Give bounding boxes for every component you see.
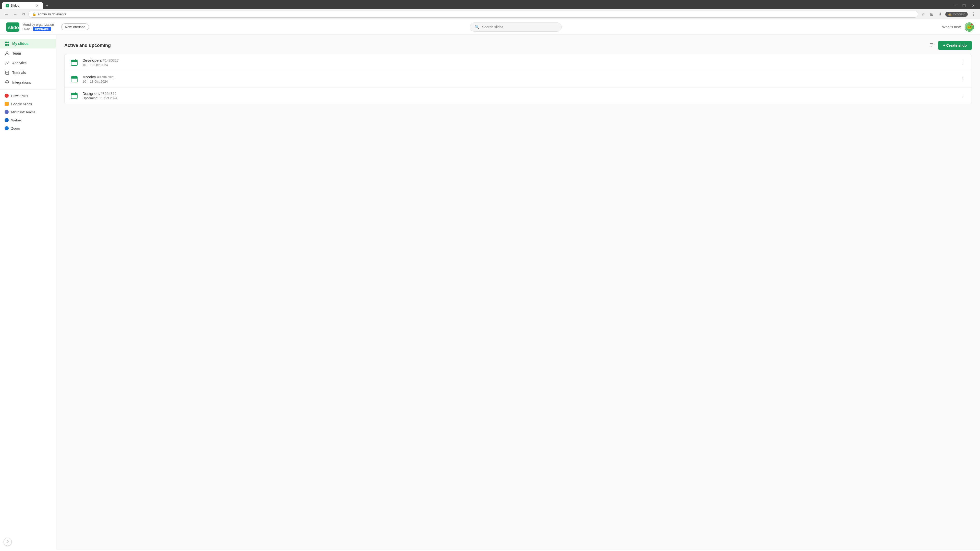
url-bar[interactable]: 🔒 admin.sli.do/events [28,11,918,17]
event-info: Designers #8664816 Upcoming: 11 Oct 2024 [83,91,958,100]
search-icon: 🔍 [475,25,479,29]
event-info: Moodoy #37867021 10 – 13 Oct 2024 [83,75,958,83]
sidebar-item-integrations[interactable]: Integrations [0,78,56,87]
webex-icon [5,118,9,122]
event-id: #8664816 [100,92,116,96]
zoom-label: Zoom [11,127,20,130]
upgrade-button[interactable]: UPGRADE [33,27,51,31]
svg-rect-5 [7,44,9,46]
event-info: Developers #1480327 10 – 13 Oct 2024 [83,58,958,67]
svg-rect-18 [71,76,77,79]
new-tab-button[interactable]: + [44,2,50,9]
header-right: What's new 🐸 [942,22,974,32]
sidebar-microsoft-teams[interactable]: Microsoft Teams [0,108,56,116]
header-center: 🔍 [89,22,942,32]
event-date: 10 – 13 Oct 2024 [83,79,958,83]
event-date: 10 – 13 Oct 2024 [83,63,958,67]
event-id: #1480327 [103,59,119,62]
tab-close-button[interactable]: ✕ [35,3,39,8]
restore-button[interactable]: ❐ [959,3,969,9]
content-inner: Active and upcoming + Create slido [56,35,980,110]
event-menu-button[interactable]: ⋮ [958,92,966,100]
zoom-icon [5,126,9,130]
grid-icon [5,41,10,46]
slido-logo: slido [6,22,19,32]
event-name: Developers [83,58,102,62]
event-calendar-icon [70,75,79,84]
help-button[interactable]: ? [3,538,12,546]
sidebar: My slidos Team Analytic [0,35,56,550]
extensions-button[interactable]: ⊞ [928,11,935,17]
microsoft-teams-label: Microsoft Teams [11,110,35,114]
sidebar-item-team[interactable]: Team [0,48,56,58]
notification-dot [971,23,974,25]
tab-favicon: S [6,4,9,7]
avatar-button[interactable]: 🐸 [965,22,974,32]
create-slido-button[interactable]: + Create slido [938,41,972,50]
bookmark-button[interactable]: ☆ [920,11,926,17]
svg-rect-3 [7,41,9,43]
sidebar-item-my-slidos[interactable]: My slidos [0,39,56,48]
svg-rect-14 [71,60,77,62]
close-button[interactable]: ✕ [969,3,978,9]
org-role-row: Owner UPGRADE [22,27,54,31]
sidebar-item-team-label: Team [12,51,21,56]
active-tab[interactable]: S Slidos ✕ [2,2,43,9]
webex-label: Webex [11,118,21,122]
sidebar-item-analytics[interactable]: Analytics [0,58,56,68]
sidebar-item-integrations-label: Integrations [12,80,31,84]
minimize-button[interactable]: ─ [951,3,959,9]
refresh-button[interactable]: ↻ [21,11,27,17]
sidebar-item-tutorials[interactable]: Tutorials [0,68,56,78]
sidebar-google-slides[interactable]: Google Slides [0,100,56,108]
whats-new-button[interactable]: What's new [942,25,961,29]
app-header: slido Moodjoy organization Owner UPGRADE… [0,19,980,35]
powerpoint-icon [5,94,9,98]
org-info: Moodjoy organization Owner UPGRADE [22,23,54,31]
org-name: Moodjoy organization [22,23,54,27]
url-text: admin.sli.do/events [38,12,66,16]
table-row[interactable]: Developers #1480327 10 – 13 Oct 2024 ⋮ [65,54,972,71]
event-name-row: Designers #8664816 [83,91,958,96]
svg-text:slido: slido [8,25,19,30]
back-button[interactable]: ← [3,11,10,17]
section-header: Active and upcoming + Create slido [64,41,972,50]
org-role: Owner [22,27,32,31]
menu-button[interactable]: ⋮ [970,11,977,17]
sidebar-item-my-slidos-label: My slidos [12,41,29,46]
incognito-badge: 🕵 Incognito [945,12,968,17]
microsoft-teams-icon [5,110,9,114]
table-row[interactable]: Moodoy #37867021 10 – 13 Oct 2024 ⋮ [65,71,972,87]
svg-point-6 [6,52,8,54]
upcoming-label: Upcoming: [83,96,98,100]
event-menu-button[interactable]: ⋮ [958,75,966,83]
event-name: Moodoy [83,75,96,79]
powerpoint-label: PowerPoint [11,94,28,98]
google-slides-label: Google Slides [11,102,32,106]
event-menu-button[interactable]: ⋮ [958,59,966,66]
search-bar[interactable]: 🔍 [470,22,562,32]
section-title: Active and upcoming [64,43,111,48]
table-row[interactable]: Designers #8664816 Upcoming: 11 Oct 2024… [65,87,972,104]
sidebar-powerpoint[interactable]: PowerPoint [0,92,56,100]
sidebar-zoom[interactable]: Zoom [0,124,56,132]
sidebar-item-tutorials-label: Tutorials [12,71,26,75]
event-name-row: Developers #1480327 [83,58,958,62]
svg-rect-2 [5,41,7,43]
event-id: #37867021 [97,75,115,79]
person-icon [5,51,10,56]
forward-button[interactable]: → [12,11,19,17]
svg-rect-22 [71,93,77,95]
browser-actions: ☆ ⊞ ⬇ 🕵 Incognito ⋮ [920,11,977,17]
filter-button[interactable] [928,41,935,50]
sidebar-webex[interactable]: Webex [0,116,56,124]
app: slido Moodjoy organization Owner UPGRADE… [0,19,980,550]
main-layout: My slidos Team Analytic [0,35,980,550]
browser-chrome: S Slidos ✕ + ─ ❐ ✕ ← → ↻ 🔒 admin.sli.do/… [0,0,980,19]
event-name-row: Moodoy #37867021 [83,75,958,79]
search-input[interactable] [482,25,557,29]
events-list: Developers #1480327 10 – 13 Oct 2024 ⋮ [64,54,972,104]
new-interface-button[interactable]: New interface [61,24,89,30]
event-calendar-icon [70,91,79,100]
download-button[interactable]: ⬇ [937,11,943,17]
